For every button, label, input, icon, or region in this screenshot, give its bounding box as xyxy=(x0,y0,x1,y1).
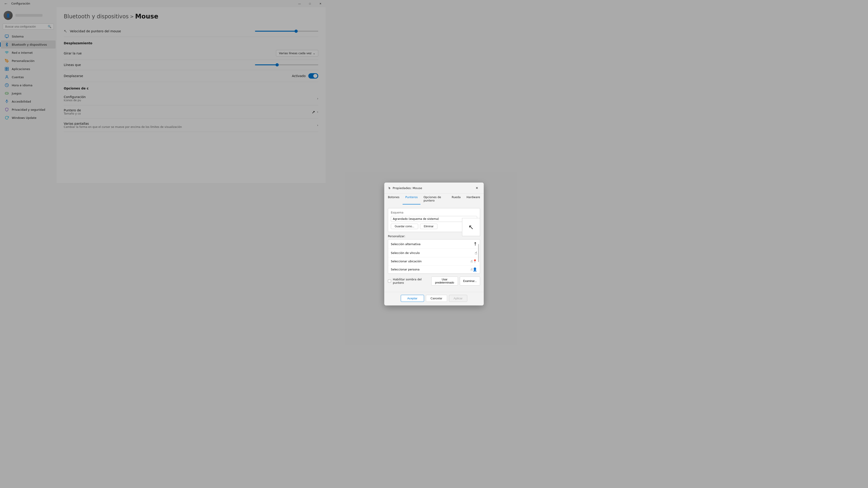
modal-overlay: 🖱 Propiedades: Mouse ✕ Botones Punteros … xyxy=(0,0,326,183)
